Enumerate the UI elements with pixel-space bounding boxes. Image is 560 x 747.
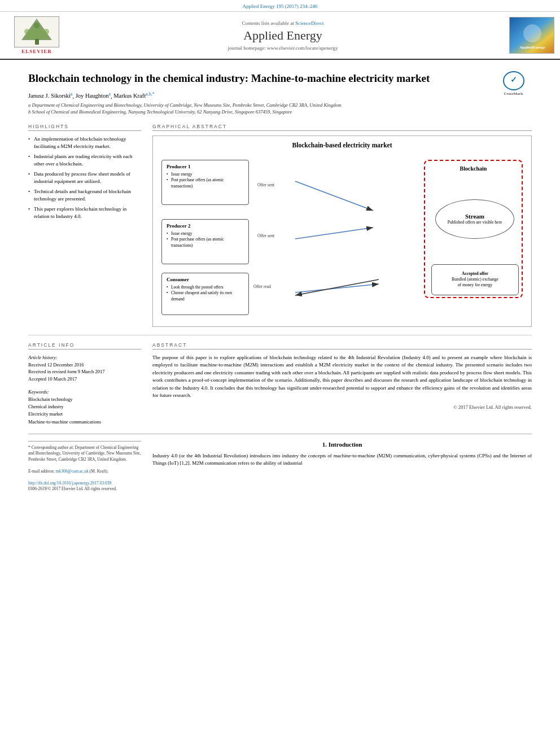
svg-point-6 — [34, 23, 40, 28]
elsevier-name-text: ELSEVIER — [21, 49, 52, 54]
keyword-1: Blockchain technology — [28, 396, 141, 403]
keywords-section: Keywords: Blockchain technology Chemical… — [28, 388, 141, 426]
svg-line-14 — [295, 284, 379, 292]
svg-line-12 — [295, 181, 373, 211]
article-info-abstract-section: ARTICLE INFO Article history: Received 1… — [28, 335, 532, 426]
keyword-3: Electricity market — [28, 410, 141, 418]
footnotes-col: * Corresponding author at: Department of… — [28, 441, 141, 492]
intro-title: 1. Introduction — [152, 441, 532, 448]
applied-energy-badge: AppliedEnergy — [509, 17, 554, 54]
highlight-item: Industrial plants are trading electricit… — [28, 153, 141, 168]
journal-center: Contents lists available at ScienceDirec… — [68, 20, 498, 51]
highlights-label: HIGHLIGHTS — [28, 124, 141, 131]
diagram-container: Blockchain-based electricity market — [152, 136, 532, 327]
producer1-list: Issue energy Post purchase offers (as at… — [167, 172, 244, 190]
producer1-title: Producer 1 — [167, 164, 244, 169]
crossmark-badge: ✓ CrossMark — [495, 71, 532, 97]
consumer-box: Consumer Look through the posted offers … — [161, 273, 249, 315]
highlights-graphical-section: HIGHLIGHTS An implementation of blockcha… — [28, 124, 532, 327]
stream-box: Stream Published offers are visible here — [435, 199, 514, 239]
svg-point-5 — [43, 29, 49, 34]
issn-line: 0306-2619/© 2017 Elsevier Ltd. All right… — [28, 486, 141, 492]
elsevier-tree-icon — [14, 16, 59, 47]
author2: Joy Haughtona — [76, 93, 111, 99]
svg-point-4 — [24, 29, 30, 34]
consumer-title: Consumer — [167, 277, 244, 282]
journal-title: Applied Energy — [68, 28, 498, 43]
sciencedirect-label: Contents lists available at ScienceDirec… — [68, 20, 498, 26]
svg-point-8 — [523, 24, 541, 42]
journal-logo-right: AppliedEnergy — [498, 17, 554, 54]
citation-text: Applied Energy 195 (2017) 234–246 — [243, 3, 318, 9]
article-info-label: ARTICLE INFO — [28, 342, 141, 350]
section-divider — [28, 434, 532, 434]
offer-sent-label2: Offer sent — [257, 233, 274, 238]
history-label: Article history: — [28, 354, 141, 361]
paper-title-section: Blockchain technology in the chemical in… — [28, 71, 532, 86]
consumer-item2: Choose cheapest and satisfy its own dema… — [167, 290, 244, 302]
producer2-box: Producer 2 Issue energy Post purchase of… — [161, 219, 249, 264]
received-date: Received 12 December 2016 — [28, 361, 141, 369]
highlight-item: Technical details and background of bloc… — [28, 188, 141, 203]
author3: Markus Krafta,b,* — [113, 93, 154, 99]
consumer-list: Look through the posted offers Choose ch… — [167, 285, 244, 303]
accepted-date: Accepted 10 March 2017 — [28, 375, 141, 383]
affiliation-a: a Department of Chemical Engineering and… — [28, 102, 532, 109]
stream-sub: Published offers are visible here — [448, 220, 502, 225]
accepted-offer-text: Accepted offerBundled (atomic) exchangeo… — [452, 271, 498, 288]
doi-line: http://dx.doi.org/10.1016/j.apenergy.201… — [28, 480, 141, 487]
highlight-item: An implementation of blockchain technolo… — [28, 136, 141, 150]
citation-bar: Applied Energy 195 (2017) 234–246 — [0, 0, 560, 12]
producer2-item1: Issue energy — [167, 231, 244, 237]
doi-link[interactable]: http://dx.doi.org/10.1016/j.apenergy.201… — [28, 480, 111, 486]
authors-line: Janusz J. Sikorskia, Joy Haughtona, Mark… — [28, 91, 532, 99]
intro-text-col: 1. Introduction Industry 4.0 (or the 4th… — [152, 441, 532, 492]
footnote-star: * Corresponding author at: Department of… — [28, 445, 141, 463]
crossmark-label: CrossMark — [504, 91, 523, 97]
svg-line-15 — [295, 279, 379, 295]
consumer-item1: Look through the posted offers — [167, 285, 244, 291]
graphical-abstract-label: GRAPHICAL ABSTRACT — [152, 124, 532, 131]
email-link[interactable]: mk306@cam.ac.uk — [56, 469, 89, 474]
offer-read-label: Offer read — [253, 284, 271, 289]
revised-date: Received in revised form 9 March 2017 — [28, 368, 141, 375]
journal-logo-left: ELSEVIER — [6, 16, 68, 54]
introduction-section: * Corresponding author at: Department of… — [28, 441, 532, 492]
email-line: E-mail address: mk306@cam.ac.uk (M. Kraf… — [28, 469, 141, 475]
highlight-item: Data produced by process flow sheet mode… — [28, 171, 141, 185]
journal-url: journal homepage: www.elsevier.com/locat… — [68, 45, 498, 51]
producer1-box: Producer 1 Issue energy Post purchase of… — [161, 160, 249, 205]
offer-sent-label1: Offer sent — [257, 182, 274, 187]
producer2-title: Producer 2 — [167, 223, 244, 229]
keyword-4: Machine-to-machine communications — [28, 418, 141, 426]
abstract-col: ABSTRACT The purpose of this paper is to… — [152, 342, 532, 426]
producer2-item2: Post purchase offers (as atomic transact… — [167, 237, 244, 248]
graphical-abstract-section: GRAPHICAL ABSTRACT Blockchain-based elec… — [152, 124, 532, 327]
paper-title-text: Blockchain technology in the chemical in… — [28, 72, 430, 84]
keyword-2: Chemical industry — [28, 403, 141, 410]
highlight-item: This paper explores blockchain technolog… — [28, 206, 141, 220]
abstract-text: The purpose of this paper is to explore … — [152, 354, 532, 400]
crossmark-icon: ✓ — [510, 75, 517, 86]
keywords-label: Keywords: — [28, 388, 141, 396]
highlights-section: HIGHLIGHTS An implementation of blockcha… — [28, 124, 141, 327]
stream-title: Stream — [465, 213, 484, 220]
article-info-col: ARTICLE INFO Article history: Received 1… — [28, 342, 141, 426]
journal-header: ELSEVIER Contents lists available at Sci… — [0, 12, 560, 60]
paper-container: Blockchain technology in the chemical in… — [0, 60, 560, 504]
crossmark-circle: ✓ — [503, 71, 524, 90]
diagram-title: Blockchain-based electricity market — [159, 142, 526, 148]
abstract-label: ABSTRACT — [152, 342, 532, 350]
affiliations: a Department of Chemical Engineering and… — [28, 102, 532, 116]
intro-paragraph: Industry 4.0 (or the 4th Industrial Revo… — [152, 452, 532, 468]
producer1-item1: Issue energy — [167, 172, 244, 178]
sciencedirect-link[interactable]: ScienceDirect — [295, 20, 323, 26]
svg-text:AppliedEnergy: AppliedEnergy — [519, 45, 545, 50]
diagram-area: Producer 1 Issue energy Post purchase of… — [159, 154, 526, 321]
blockchain-label: Blockchain — [460, 165, 487, 172]
copyright: © 2017 Elsevier Ltd. All rights reserved… — [152, 404, 532, 410]
affiliation-b: b School of Chemical and Biomedical Engi… — [28, 109, 532, 116]
svg-line-13 — [295, 228, 373, 239]
article-history: Article history: Received 12 December 20… — [28, 354, 141, 383]
accepted-offer-box: Accepted offerBundled (atomic) exchangeo… — [431, 264, 519, 295]
